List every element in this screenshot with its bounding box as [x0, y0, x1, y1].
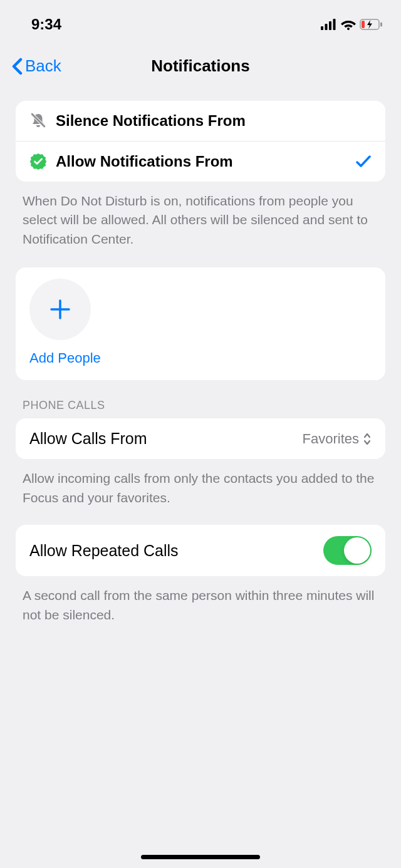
- chevron-left-icon: [11, 58, 23, 75]
- silence-notifications-label: Silence Notifications From: [56, 112, 372, 130]
- check-badge-icon: [29, 153, 47, 170]
- status-icons: [321, 19, 382, 30]
- allow-calls-from-row[interactable]: Allow Calls From Favorites: [16, 418, 385, 459]
- cellular-icon: [321, 19, 337, 30]
- toggle-knob: [344, 537, 370, 564]
- svg-rect-0: [321, 26, 323, 30]
- home-indicator[interactable]: [141, 855, 260, 859]
- silence-notifications-row[interactable]: Silence Notifications From: [16, 101, 385, 141]
- allow-calls-from-footer: Allow incoming calls from only the conta…: [0, 459, 401, 520]
- notification-mode-footer: When Do Not Disturb is on, notifications…: [0, 182, 401, 261]
- allow-repeated-calls-footer: A second call from the same person withi…: [0, 576, 401, 637]
- svg-rect-6: [362, 21, 365, 28]
- svg-rect-3: [333, 19, 336, 30]
- wifi-icon: [341, 19, 356, 30]
- allow-calls-from-label: Allow Calls From: [29, 430, 294, 448]
- svg-rect-2: [329, 21, 331, 30]
- svg-rect-7: [380, 23, 382, 27]
- up-down-chevron-icon: [363, 432, 372, 446]
- bell-slash-icon: [29, 112, 47, 130]
- allow-repeated-calls-label: Allow Repeated Calls: [29, 542, 315, 560]
- add-people-card: Add People: [16, 267, 385, 380]
- allow-repeated-calls-toggle[interactable]: [323, 536, 372, 565]
- add-people-label: Add People: [29, 350, 372, 366]
- allow-notifications-label: Allow Notifications From: [56, 153, 346, 170]
- allow-notifications-row[interactable]: Allow Notifications From: [16, 141, 385, 182]
- phone-calls-header: Phone Calls: [0, 380, 401, 418]
- nav-bar: Back Notifications: [0, 38, 401, 101]
- back-label: Back: [25, 56, 61, 76]
- checkmark-icon: [355, 154, 372, 169]
- allow-calls-from-value: Favorites: [303, 431, 372, 447]
- page-title: Notifications: [13, 56, 388, 76]
- battery-icon: [360, 19, 382, 30]
- allow-repeated-calls-row: Allow Repeated Calls: [16, 525, 385, 576]
- notification-mode-group: Silence Notifications From Allow Notific…: [16, 101, 385, 182]
- allow-calls-from-group: Allow Calls From Favorites: [16, 418, 385, 459]
- svg-point-4: [347, 28, 350, 30]
- status-time: 9:34: [31, 16, 61, 33]
- plus-icon: [49, 298, 71, 321]
- status-bar: 9:34: [0, 0, 401, 38]
- allow-repeated-calls-group: Allow Repeated Calls: [16, 525, 385, 576]
- add-people-button[interactable]: [29, 279, 91, 340]
- svg-rect-1: [325, 24, 328, 30]
- back-button[interactable]: Back: [11, 56, 61, 76]
